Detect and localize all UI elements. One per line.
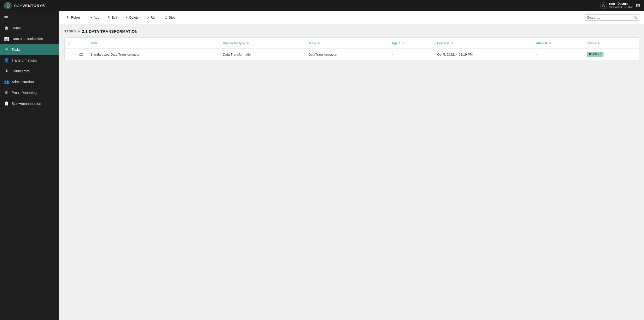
- delete-icon: ✕: [125, 16, 128, 19]
- email-reporting-icon: ✉: [4, 90, 9, 95]
- delete-button[interactable]: ✕ Delete: [122, 14, 142, 21]
- col-agent-label: Agent: [392, 41, 400, 45]
- breadcrumb-current: 2.1 DATA TRANSFORMATION: [82, 29, 138, 33]
- add-label: Add: [94, 16, 99, 19]
- row-status: 00:00:27: [583, 49, 639, 60]
- user-default: Default: [617, 2, 628, 6]
- col-header-agent[interactable]: Agent ⇅: [388, 38, 434, 49]
- stop-label: Stop: [169, 16, 176, 19]
- header-checkbox[interactable]: [68, 41, 72, 45]
- toolbar: ↻ Refresh + Add ✎ Edit ✕ Delete ▷ Run ☐: [59, 11, 644, 24]
- run-button[interactable]: ▷ Run: [143, 14, 160, 21]
- user-role: Site Administrator: [609, 6, 633, 9]
- sidebar-label-site-administration: Site-Administration: [12, 102, 52, 106]
- task-type-icon: 🗃: [79, 52, 83, 57]
- data-visualization-icon: 📊: [4, 36, 9, 41]
- row-last-run: Oct 5, 2022, 4:01:19 PM: [434, 49, 533, 60]
- chevron-email-icon: ‹: [54, 91, 55, 94]
- col-header-icon: [76, 38, 87, 49]
- search-box[interactable]: 🔍: [585, 14, 640, 21]
- col-header-connector-type[interactable]: Connector type ⇅: [219, 38, 305, 49]
- refresh-button[interactable]: ↻ Refresh: [63, 14, 86, 21]
- row-checkbox[interactable]: [68, 52, 72, 56]
- search-input[interactable]: [587, 16, 634, 19]
- sidebar-item-tasks[interactable]: ≡ Tasks: [0, 44, 59, 55]
- chevron-icon: ‹: [54, 37, 55, 40]
- add-icon: +: [91, 16, 93, 19]
- chevron-site-icon: ‹: [54, 102, 55, 105]
- hamburger-icon: ☰: [4, 15, 8, 21]
- sidebar-item-connectors[interactable]: ⬇ Connectors: [0, 66, 59, 76]
- row-icon-cell: 🗃: [76, 49, 87, 60]
- sidebar-item-email-reporting[interactable]: ✉ Email Reporting ‹: [0, 87, 59, 98]
- edit-icon: ✎: [107, 16, 110, 19]
- topbar: RAYVENTORY® ⊙ root | Default Site Admini…: [0, 0, 644, 11]
- sort-status-icon: ⇅: [598, 42, 600, 45]
- run-label: Run: [150, 16, 156, 19]
- sidebar: ☰ 🏠 Home 📊 Data & Visualization ‹ ≡ Task…: [0, 11, 59, 320]
- col-connector-type-label: Connector type: [223, 41, 245, 45]
- language-badge[interactable]: EN: [636, 4, 640, 7]
- table-row[interactable]: 🗃 Standardized Data Transformation Data …: [65, 49, 639, 60]
- sidebar-label-tasks: Tasks: [12, 48, 55, 52]
- row-checkbox-cell[interactable]: [65, 49, 76, 60]
- topbar-right: ⊙ root | Default Site Administrator EN: [600, 2, 640, 9]
- user-details: root | Default Site Administrator: [609, 2, 633, 9]
- sidebar-label-transformations: Transformations: [12, 58, 55, 62]
- user-avatar: ⊙: [600, 2, 607, 9]
- sort-connector-icon: ⇅: [247, 42, 249, 45]
- col-header-checkbox[interactable]: [65, 38, 76, 49]
- col-interval-label: Interval: [536, 41, 547, 45]
- col-header-status[interactable]: Status ⇅: [583, 38, 639, 49]
- col-header-task[interactable]: Task ⬆: [87, 38, 219, 49]
- row-table: DataTransformation: [305, 49, 388, 60]
- sort-table-icon: ⇅: [318, 42, 320, 45]
- breadcrumb: TASKS ▶ 2.1 DATA TRANSFORMATION: [64, 29, 639, 33]
- sidebar-label-data-visualization: Data & Visualization: [12, 37, 52, 41]
- row-interval: -: [533, 49, 583, 60]
- sidebar-item-administration[interactable]: 👥 Administration ‹: [0, 76, 59, 87]
- col-header-interval[interactable]: Interval ⇅: [533, 38, 583, 49]
- add-button[interactable]: + Add: [87, 14, 103, 21]
- row-task: Standardized Data Transformation: [87, 49, 219, 60]
- page-content: TASKS ▶ 2.1 DATA TRANSFORMATION Task: [59, 24, 644, 320]
- data-table-container: Task ⬆ Connector type ⇅ Table ⇅: [64, 37, 639, 60]
- sidebar-item-site-administration[interactable]: 📋 Site-Administration ‹: [0, 98, 59, 109]
- delete-label: Delete: [129, 16, 139, 19]
- table-header-row: Task ⬆ Connector type ⇅ Table ⇅: [65, 38, 639, 49]
- main-layout: ☰ 🏠 Home 📊 Data & Visualization ‹ ≡ Task…: [0, 11, 644, 320]
- home-icon: 🏠: [4, 26, 9, 30]
- row-connector-type: Data Transformation: [219, 49, 305, 60]
- data-table: Task ⬆ Connector type ⇅ Table ⇅: [65, 38, 639, 60]
- status-badge: 00:00:27: [587, 52, 603, 57]
- menu-toggle[interactable]: ☰: [0, 11, 59, 23]
- sidebar-label-administration: Administration: [12, 80, 52, 84]
- col-header-last-run[interactable]: Last run ⇅: [434, 38, 533, 49]
- sidebar-item-data-visualization[interactable]: 📊 Data & Visualization ‹: [0, 33, 59, 44]
- stop-icon: ☐: [165, 16, 168, 19]
- edit-label: Edit: [111, 16, 117, 19]
- col-last-run-label: Last run: [437, 41, 449, 45]
- col-table-label: Table: [308, 41, 316, 45]
- sidebar-item-home[interactable]: 🏠 Home: [0, 23, 59, 33]
- stop-button[interactable]: ☐ Stop: [161, 14, 179, 21]
- col-header-table[interactable]: Table ⇅: [305, 38, 388, 49]
- sort-agent-icon: ⇅: [402, 42, 404, 45]
- svg-point-2: [7, 5, 9, 6]
- refresh-icon: ↻: [67, 16, 70, 19]
- logo-ventory: VENTORY: [22, 4, 42, 8]
- sidebar-label-home: Home: [12, 26, 55, 30]
- sort-last-run-icon: ⇅: [451, 42, 453, 45]
- refresh-label: Refresh: [71, 16, 83, 19]
- run-icon: ▷: [147, 16, 149, 19]
- edit-button[interactable]: ✎ Edit: [104, 14, 120, 21]
- sidebar-label-connectors: Connectors: [12, 69, 55, 73]
- logo-icon: [4, 2, 12, 9]
- breadcrumb-separator: ▶: [78, 30, 80, 33]
- chevron-admin-icon: ‹: [54, 80, 55, 83]
- breadcrumb-parent: TASKS: [64, 29, 76, 33]
- col-status-label: Status: [587, 41, 596, 45]
- sidebar-item-transformations[interactable]: 👤 Transformations: [0, 55, 59, 66]
- sort-interval-icon: ⇅: [549, 42, 551, 45]
- row-agent: -: [388, 49, 434, 60]
